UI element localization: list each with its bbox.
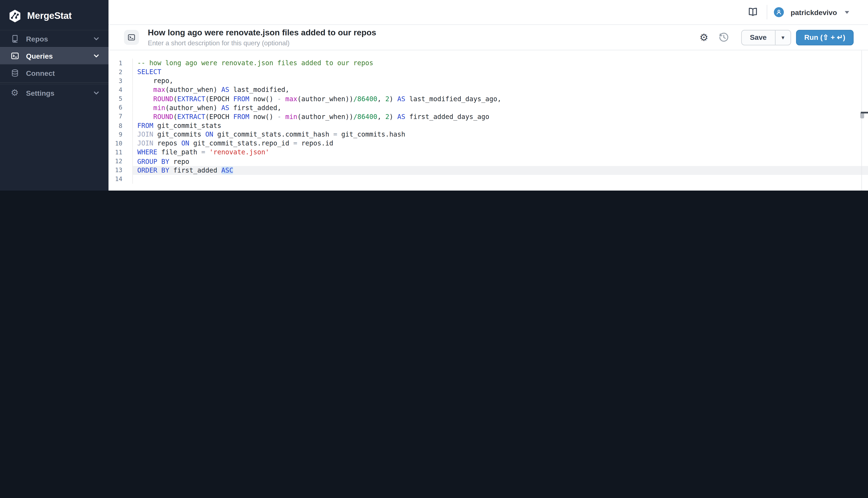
line-number: 3 <box>108 76 133 85</box>
line-number: 13 <box>108 166 133 175</box>
code-line: 7 ROUND(EXTRACT(EPOCH FROM now() - min(a… <box>108 112 868 121</box>
run-label: Run (⇧ + ↵) <box>804 33 845 41</box>
username[interactable]: patrickdevivo <box>791 8 837 16</box>
code-line: 14 <box>108 175 868 184</box>
sidebar-item-repos[interactable]: Repos <box>0 30 108 47</box>
code-line: 3 repo, <box>108 76 868 85</box>
sql-editor[interactable]: 1-- how long ago were renovate.json file… <box>108 50 868 191</box>
sidebar-item-label: Queries <box>26 52 53 60</box>
code-line: 11WHERE file_path = 'renovate.json' <box>108 148 868 157</box>
sidebar-nav: ReposQueriesConnect⚙Settings <box>0 30 108 101</box>
line-content: max(author_when) AS last_modified, <box>133 86 868 94</box>
code-line: 6 min(author_when) AS first_added, <box>108 103 868 112</box>
code-line: 8FROM git_commit_stats <box>108 121 868 130</box>
save-button[interactable]: Save ▼ <box>741 30 791 45</box>
code-line: 1-- how long ago were renovate.json file… <box>108 58 868 67</box>
query-titles: How long ago were renovate.json files ad… <box>148 28 376 47</box>
topbar-divider <box>767 5 767 19</box>
sidebar: MergeStat ReposQueriesConnect⚙Settings b… <box>0 0 108 191</box>
line-content: ORDER BY first_added ASC <box>133 166 868 175</box>
save-menu-caret-icon[interactable]: ▼ <box>775 30 790 44</box>
sidebar-item-connect[interactable]: Connect <box>0 64 108 81</box>
code-line: 10JOIN repos ON git_commit_stats.repo_id… <box>108 139 868 148</box>
code-line: 5 ROUND(EXTRACT(EPOCH FROM now() - max(a… <box>108 94 868 103</box>
line-content: GROUP BY repo <box>133 157 868 166</box>
line-number: 4 <box>108 86 133 94</box>
line-content: ROUND(EXTRACT(EPOCH FROM now() - max(aut… <box>133 94 868 103</box>
editor-scrollbar-track[interactable] <box>861 50 862 191</box>
chevron-down-icon <box>93 53 100 59</box>
line-number: 12 <box>108 157 133 166</box>
docs-book-icon[interactable] <box>746 5 760 19</box>
line-content: ROUND(EXTRACT(EPOCH FROM now() - min(aut… <box>133 112 868 121</box>
database-icon <box>10 69 19 78</box>
sidebar-item-label: Connect <box>26 69 55 77</box>
code-lines: 1-- how long ago were renovate.json file… <box>108 58 868 184</box>
line-number: 9 <box>108 130 133 139</box>
save-label[interactable]: Save <box>741 30 775 44</box>
run-button[interactable]: Run (⇧ + ↵) <box>796 30 854 45</box>
gear-icon: ⚙ <box>10 89 19 97</box>
line-content: JOIN git_commits ON git_commit_stats.com… <box>133 130 868 139</box>
code-line: 13ORDER BY first_added ASC <box>108 166 868 175</box>
top-bar: patrickdevivo <box>108 0 868 25</box>
chevron-down-icon <box>93 35 100 42</box>
code-line: 9JOIN git_commits ON git_commit_stats.co… <box>108 130 868 139</box>
query-title[interactable]: How long ago were renovate.json files ad… <box>148 28 376 37</box>
query-header: How long ago were renovate.json files ad… <box>108 25 868 50</box>
line-content: repo, <box>133 76 868 85</box>
line-number: 2 <box>108 67 133 76</box>
user-menu-caret-icon[interactable] <box>845 11 849 14</box>
query-terminal-icon <box>124 30 139 45</box>
nav-divider <box>0 82 108 83</box>
book-icon <box>10 34 19 43</box>
main-area: patrickdevivo How long ago were renovate… <box>108 0 868 191</box>
mergestat-app: MergeStat ReposQueriesConnect⚙Settings b… <box>0 0 868 191</box>
chevron-down-icon <box>93 90 100 96</box>
line-content: FROM git_commit_stats <box>133 121 868 130</box>
line-number: 5 <box>108 94 133 103</box>
line-number: 7 <box>108 112 133 121</box>
sidebar-item-label: Settings <box>26 89 54 97</box>
logo[interactable]: MergeStat <box>0 0 108 24</box>
editor-scrollbar-marker <box>861 112 868 114</box>
query-actions: ⚙ Save ▼ Run (⇧ + ↵) <box>697 30 854 45</box>
query-settings-gear-icon[interactable]: ⚙ <box>697 30 711 44</box>
line-number: 11 <box>108 148 133 157</box>
line-number: 14 <box>108 175 133 184</box>
line-content: JOIN repos ON git_commit_stats.repo_id =… <box>133 139 868 148</box>
terminal-icon <box>10 51 19 60</box>
code-line: 4 max(author_when) AS last_modified, <box>108 86 868 94</box>
avatar[interactable] <box>774 7 784 17</box>
line-number: 1 <box>108 58 133 67</box>
sidebar-item-settings[interactable]: ⚙Settings <box>0 84 108 101</box>
logo-text: MergeStat <box>27 10 72 21</box>
code-line: 2SELECT <box>108 67 868 76</box>
line-number: 10 <box>108 139 133 148</box>
code-line: 12GROUP BY repo <box>108 157 868 166</box>
line-number: 8 <box>108 121 133 130</box>
line-content: -- how long ago were renovate.json files… <box>133 58 868 67</box>
line-content: WHERE file_path = 'renovate.json' <box>133 148 868 157</box>
sidebar-item-label: Repos <box>26 35 48 43</box>
query-description-input[interactable]: Enter a short description for this query… <box>148 39 376 47</box>
query-history-icon[interactable] <box>717 30 731 44</box>
line-content <box>133 175 868 184</box>
sidebar-item-queries[interactable]: Queries <box>0 47 108 64</box>
line-content: SELECT <box>133 67 868 76</box>
line-number: 6 <box>108 103 133 112</box>
line-content: min(author_when) AS first_added, <box>133 103 868 112</box>
mergestat-logo-icon <box>8 9 22 23</box>
